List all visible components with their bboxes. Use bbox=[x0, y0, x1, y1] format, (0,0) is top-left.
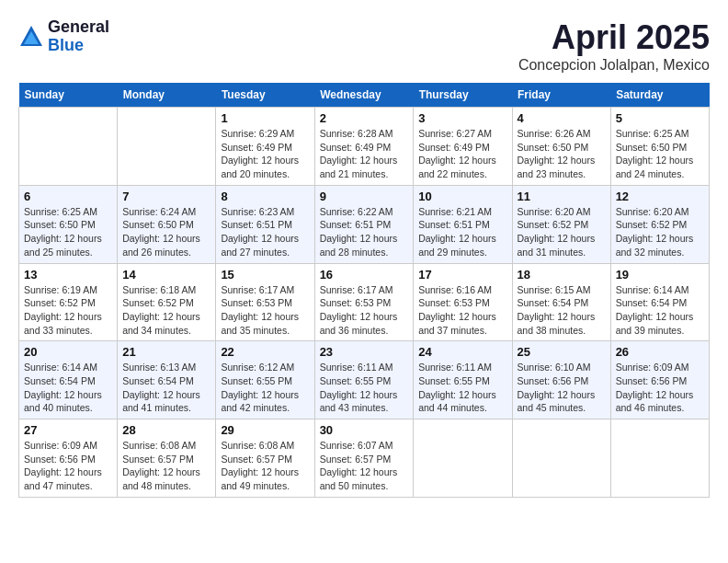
day-number: 2 bbox=[320, 111, 409, 125]
table-row: 20Sunrise: 6:14 AM Sunset: 6:54 PM Dayli… bbox=[19, 341, 118, 419]
table-row: 8Sunrise: 6:23 AM Sunset: 6:51 PM Daylig… bbox=[216, 185, 314, 263]
day-info: Sunrise: 6:25 AM Sunset: 6:50 PM Dayligh… bbox=[24, 205, 112, 259]
day-number: 28 bbox=[122, 423, 210, 437]
table-row: 7Sunrise: 6:24 AM Sunset: 6:50 PM Daylig… bbox=[118, 185, 216, 263]
day-number: 13 bbox=[24, 268, 112, 282]
day-info: Sunrise: 6:11 AM Sunset: 6:55 PM Dayligh… bbox=[320, 361, 409, 415]
day-info: Sunrise: 6:23 AM Sunset: 6:51 PM Dayligh… bbox=[221, 205, 309, 259]
day-info: Sunrise: 6:10 AM Sunset: 6:56 PM Dayligh… bbox=[518, 361, 606, 415]
table-row: 10Sunrise: 6:21 AM Sunset: 6:51 PM Dayli… bbox=[414, 185, 512, 263]
table-row: 27Sunrise: 6:09 AM Sunset: 6:56 PM Dayli… bbox=[19, 419, 118, 498]
day-info: Sunrise: 6:25 AM Sunset: 6:50 PM Dayligh… bbox=[616, 127, 704, 181]
day-info: Sunrise: 6:20 AM Sunset: 6:52 PM Dayligh… bbox=[616, 205, 704, 259]
day-info: Sunrise: 6:22 AM Sunset: 6:51 PM Dayligh… bbox=[320, 205, 409, 259]
table-row: 19Sunrise: 6:14 AM Sunset: 6:54 PM Dayli… bbox=[610, 263, 709, 341]
day-info: Sunrise: 6:09 AM Sunset: 6:56 PM Dayligh… bbox=[616, 361, 704, 415]
table-row: 22Sunrise: 6:12 AM Sunset: 6:55 PM Dayli… bbox=[216, 341, 314, 419]
location-title: Concepcion Jolalpan, Mexico bbox=[518, 57, 710, 74]
day-number: 10 bbox=[418, 190, 506, 203]
month-title: April 2025 bbox=[518, 18, 710, 57]
day-number: 27 bbox=[24, 423, 112, 437]
day-number: 18 bbox=[518, 268, 606, 282]
table-row: 16Sunrise: 6:17 AM Sunset: 6:53 PM Dayli… bbox=[314, 263, 414, 341]
calendar-header-row: Sunday Monday Tuesday Wednesday Thursday… bbox=[19, 83, 710, 108]
day-number: 19 bbox=[616, 268, 704, 282]
col-tuesday: Tuesday bbox=[216, 83, 314, 108]
table-row: 21Sunrise: 6:13 AM Sunset: 6:54 PM Dayli… bbox=[118, 341, 216, 419]
day-number: 5 bbox=[616, 111, 704, 125]
calendar-week-row: 1Sunrise: 6:29 AM Sunset: 6:49 PM Daylig… bbox=[19, 108, 710, 186]
table-row: 1Sunrise: 6:29 AM Sunset: 6:49 PM Daylig… bbox=[216, 108, 314, 186]
table-row: 9Sunrise: 6:22 AM Sunset: 6:51 PM Daylig… bbox=[314, 185, 414, 263]
calendar-week-row: 27Sunrise: 6:09 AM Sunset: 6:56 PM Dayli… bbox=[19, 419, 710, 498]
table-row: 3Sunrise: 6:27 AM Sunset: 6:49 PM Daylig… bbox=[414, 108, 512, 186]
table-row: 25Sunrise: 6:10 AM Sunset: 6:56 PM Dayli… bbox=[512, 341, 610, 419]
day-number: 17 bbox=[418, 268, 506, 282]
day-info: Sunrise: 6:07 AM Sunset: 6:57 PM Dayligh… bbox=[320, 439, 409, 493]
day-info: Sunrise: 6:13 AM Sunset: 6:54 PM Dayligh… bbox=[122, 361, 210, 415]
day-info: Sunrise: 6:17 AM Sunset: 6:53 PM Dayligh… bbox=[320, 283, 409, 338]
calendar-table: Sunday Monday Tuesday Wednesday Thursday… bbox=[18, 83, 710, 498]
title-block: April 2025 Concepcion Jolalpan, Mexico bbox=[518, 18, 710, 74]
day-info: Sunrise: 6:28 AM Sunset: 6:49 PM Dayligh… bbox=[320, 127, 409, 181]
calendar-week-row: 20Sunrise: 6:14 AM Sunset: 6:54 PM Dayli… bbox=[19, 341, 710, 419]
col-monday: Monday bbox=[118, 83, 216, 108]
col-wednesday: Wednesday bbox=[314, 83, 414, 108]
table-row: 12Sunrise: 6:20 AM Sunset: 6:52 PM Dayli… bbox=[610, 185, 709, 263]
table-row bbox=[19, 108, 118, 186]
day-info: Sunrise: 6:27 AM Sunset: 6:49 PM Dayligh… bbox=[418, 127, 506, 181]
table-row: 14Sunrise: 6:18 AM Sunset: 6:52 PM Dayli… bbox=[118, 263, 216, 341]
col-sunday: Sunday bbox=[19, 83, 118, 108]
col-thursday: Thursday bbox=[414, 83, 512, 108]
day-info: Sunrise: 6:16 AM Sunset: 6:53 PM Dayligh… bbox=[418, 283, 506, 338]
day-number: 20 bbox=[24, 345, 112, 359]
table-row: 24Sunrise: 6:11 AM Sunset: 6:55 PM Dayli… bbox=[414, 341, 512, 419]
calendar-week-row: 6Sunrise: 6:25 AM Sunset: 6:50 PM Daylig… bbox=[19, 185, 710, 263]
day-number: 26 bbox=[616, 345, 704, 359]
table-row: 18Sunrise: 6:15 AM Sunset: 6:54 PM Dayli… bbox=[512, 263, 610, 341]
day-info: Sunrise: 6:12 AM Sunset: 6:55 PM Dayligh… bbox=[221, 361, 309, 415]
day-number: 25 bbox=[518, 345, 606, 359]
day-info: Sunrise: 6:24 AM Sunset: 6:50 PM Dayligh… bbox=[122, 205, 210, 259]
day-number: 23 bbox=[320, 345, 409, 359]
day-info: Sunrise: 6:08 AM Sunset: 6:57 PM Dayligh… bbox=[122, 439, 210, 493]
day-info: Sunrise: 6:21 AM Sunset: 6:51 PM Dayligh… bbox=[418, 205, 506, 259]
day-number: 24 bbox=[418, 345, 506, 359]
day-number: 15 bbox=[221, 268, 309, 282]
day-number: 12 bbox=[616, 190, 704, 203]
logo-blue: Blue bbox=[48, 37, 109, 55]
col-saturday: Saturday bbox=[610, 83, 709, 108]
day-info: Sunrise: 6:09 AM Sunset: 6:56 PM Dayligh… bbox=[24, 439, 112, 493]
table-row: 23Sunrise: 6:11 AM Sunset: 6:55 PM Dayli… bbox=[314, 341, 414, 419]
table-row: 6Sunrise: 6:25 AM Sunset: 6:50 PM Daylig… bbox=[19, 185, 118, 263]
day-number: 8 bbox=[221, 190, 309, 203]
table-row: 15Sunrise: 6:17 AM Sunset: 6:53 PM Dayli… bbox=[216, 263, 314, 341]
day-info: Sunrise: 6:14 AM Sunset: 6:54 PM Dayligh… bbox=[616, 283, 704, 338]
table-row: 4Sunrise: 6:26 AM Sunset: 6:50 PM Daylig… bbox=[512, 108, 610, 186]
table-row: 29Sunrise: 6:08 AM Sunset: 6:57 PM Dayli… bbox=[216, 419, 314, 498]
logo-text: General Blue bbox=[48, 18, 109, 55]
day-info: Sunrise: 6:20 AM Sunset: 6:52 PM Dayligh… bbox=[518, 205, 606, 259]
day-number: 1 bbox=[221, 111, 309, 125]
day-info: Sunrise: 6:14 AM Sunset: 6:54 PM Dayligh… bbox=[24, 361, 112, 415]
day-info: Sunrise: 6:08 AM Sunset: 6:57 PM Dayligh… bbox=[221, 439, 309, 493]
day-number: 22 bbox=[221, 345, 309, 359]
table-row bbox=[512, 419, 610, 498]
day-number: 16 bbox=[320, 268, 409, 282]
day-info: Sunrise: 6:18 AM Sunset: 6:52 PM Dayligh… bbox=[122, 283, 210, 338]
day-number: 30 bbox=[320, 423, 409, 437]
table-row bbox=[118, 108, 216, 186]
day-info: Sunrise: 6:29 AM Sunset: 6:49 PM Dayligh… bbox=[221, 127, 309, 181]
table-row: 28Sunrise: 6:08 AM Sunset: 6:57 PM Dayli… bbox=[118, 419, 216, 498]
day-info: Sunrise: 6:11 AM Sunset: 6:55 PM Dayligh… bbox=[418, 361, 506, 415]
day-number: 11 bbox=[518, 190, 606, 203]
calendar-week-row: 13Sunrise: 6:19 AM Sunset: 6:52 PM Dayli… bbox=[19, 263, 710, 341]
day-number: 14 bbox=[122, 268, 210, 282]
table-row: 30Sunrise: 6:07 AM Sunset: 6:57 PM Dayli… bbox=[314, 419, 414, 498]
day-info: Sunrise: 6:26 AM Sunset: 6:50 PM Dayligh… bbox=[518, 127, 606, 181]
table-row bbox=[610, 419, 709, 498]
day-number: 6 bbox=[24, 190, 112, 203]
day-number: 7 bbox=[122, 190, 210, 203]
table-row: 26Sunrise: 6:09 AM Sunset: 6:56 PM Dayli… bbox=[610, 341, 709, 419]
col-friday: Friday bbox=[512, 83, 610, 108]
